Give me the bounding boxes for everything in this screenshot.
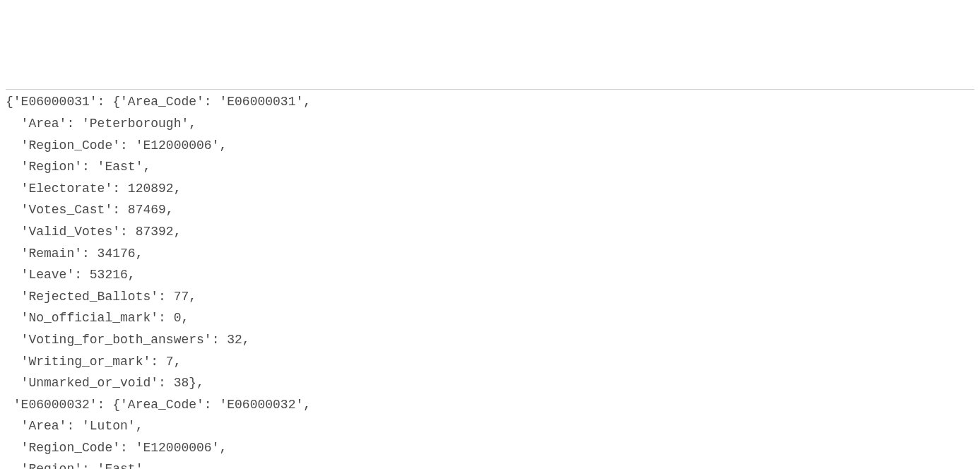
- code-line: 'Region_Code': 'E12000006',: [6, 138, 227, 153]
- code-line: {'E06000031': {'Area_Code': 'E06000031',: [6, 95, 311, 109]
- code-line: 'Voting_for_both_answers': 32,: [6, 333, 250, 347]
- code-output-block: {'E06000031': {'Area_Code': 'E06000031',…: [6, 89, 974, 469]
- code-line: 'Region_Code': 'E12000006',: [6, 441, 227, 455]
- code-line: 'Electorate': 120892,: [6, 182, 181, 196]
- code-line: 'Area': 'Luton',: [6, 419, 143, 433]
- code-line: 'Region': 'East',: [6, 462, 150, 469]
- code-line: 'Remain': 34176,: [6, 247, 143, 261]
- code-line: 'Area': 'Peterborough',: [6, 117, 196, 131]
- code-line: 'No_official_mark': 0,: [6, 311, 189, 325]
- code-line: 'Region': 'East',: [6, 160, 150, 174]
- code-line: 'Votes_Cast': 87469,: [6, 203, 174, 217]
- code-line: 'Unmarked_or_void': 38},: [6, 376, 204, 390]
- code-line: 'Writing_or_mark': 7,: [6, 355, 181, 369]
- code-line: 'Valid_Votes': 87392,: [6, 225, 181, 239]
- code-line: 'Rejected_Ballots': 77,: [6, 290, 196, 304]
- code-line: 'E06000032': {'Area_Code': 'E06000032',: [6, 398, 311, 412]
- code-line: 'Leave': 53216,: [6, 268, 136, 282]
